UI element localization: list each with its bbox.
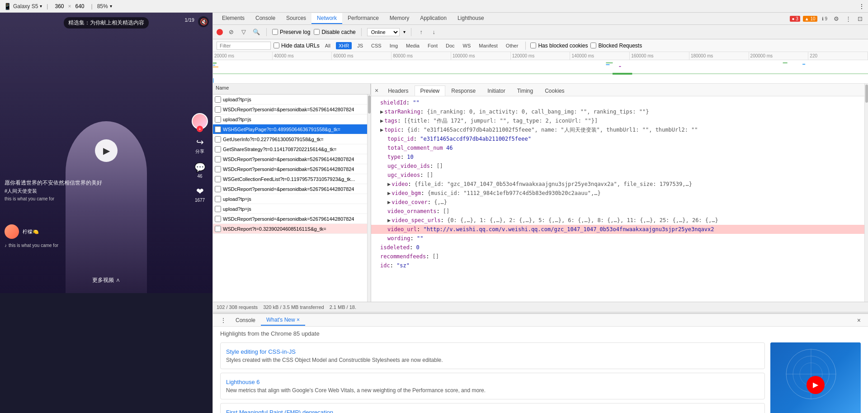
row-checkbox-8[interactable] (215, 166, 221, 172)
dropdown-icon[interactable]: ▾ (40, 4, 42, 9)
detail-tab-headers[interactable]: Headers (382, 85, 414, 96)
throttle-select[interactable]: Online Fast 3G Slow 3G Offline (367, 28, 400, 36)
disable-cache-label[interactable]: Disable cache (314, 29, 355, 35)
error-badge[interactable]: ● 3 (790, 16, 800, 22)
xhr-filter[interactable]: XHR (336, 42, 352, 49)
json-line-videocover[interactable]: ▶video_cover: {,…} (371, 198, 864, 207)
bottom-tab-console[interactable]: Console (230, 315, 261, 325)
timeline-content[interactable] (213, 60, 868, 84)
row-checkbox-9[interactable] (215, 176, 221, 182)
tab-application[interactable]: Application (415, 13, 452, 24)
request-row-9[interactable]: WSGetCollectionFeedList?t=0.119795757310… (213, 174, 367, 184)
search-icon[interactable]: 🔍 (252, 28, 261, 37)
record-button[interactable] (217, 29, 223, 35)
manifest-filter[interactable]: Manifest (476, 42, 500, 49)
stop-icon[interactable]: ⊘ (226, 28, 236, 37)
follow-plus[interactable]: + (197, 126, 203, 132)
img-filter[interactable]: Img (387, 42, 401, 49)
row-checkbox-11[interactable] (215, 196, 221, 202)
request-row-13[interactable]: WSDcReport?personid=&personidbak=5267961… (213, 214, 367, 224)
detail-tab-cookies[interactable]: Cookies (539, 85, 570, 96)
timeline[interactable]: 20000 ms 40000 ms 60000 ms 80000 ms 1000… (213, 52, 868, 84)
row-checkbox-3[interactable] (215, 116, 221, 123)
zoom-dropdown-icon[interactable]: ▾ (110, 4, 112, 9)
css-filter[interactable]: CSS (368, 42, 384, 49)
json-line-video[interactable]: ▶video: {file_id: "gzc_1047_1047_0b53o4f… (371, 180, 864, 189)
export-icon[interactable]: ↓ (429, 28, 439, 37)
play-button[interactable]: ▶ (95, 139, 118, 162)
doc-filter[interactable]: Doc (443, 42, 458, 49)
filter-icon[interactable]: ▽ (239, 28, 248, 37)
more-icon[interactable]: ⋮ (859, 3, 864, 9)
row-checkbox-13[interactable] (215, 216, 221, 222)
row-checkbox-14[interactable] (215, 226, 221, 232)
detail-close-btn[interactable]: × (371, 85, 382, 96)
bottom-close-btn[interactable]: × (854, 315, 864, 326)
all-filter[interactable]: All (322, 42, 333, 49)
ws-filter[interactable]: WS (460, 42, 474, 49)
row-checkbox-1[interactable] (215, 96, 221, 103)
tab-performance[interactable]: Performance (342, 13, 384, 24)
request-row-7[interactable]: WSDcReport?personid=&personidbak=5267961… (213, 154, 367, 164)
warn-badge[interactable]: ▲ 10 (803, 16, 817, 22)
detail-tab-preview[interactable]: Preview (415, 85, 446, 96)
width-input[interactable] (52, 3, 66, 9)
like-action[interactable]: ❤ 1677 (195, 186, 205, 203)
throttle-dropdown[interactable]: ▾ (403, 29, 406, 34)
device-name[interactable]: Galaxy S5 (13, 3, 38, 9)
json-line-videobgm[interactable]: ▶video_bgm: {music_id: "1112_984c1efb977… (371, 189, 864, 198)
request-list-scrollbar[interactable] (367, 95, 371, 302)
tab-lighthouse[interactable]: Lighthouse (452, 13, 490, 24)
row-checkbox-12[interactable] (215, 206, 221, 212)
hashtag[interactable]: #人间天使变装 (5, 187, 102, 195)
zoom-value[interactable]: 85% (97, 3, 108, 9)
row-checkbox-4[interactable] (215, 126, 221, 133)
more-videos[interactable]: 更多视频 ∧ (92, 276, 120, 284)
detail-tab-response[interactable]: Response (445, 85, 481, 96)
hide-data-urls-checkbox[interactable] (274, 43, 279, 48)
more-options-icon[interactable]: ⋮ (844, 14, 853, 23)
js-filter[interactable]: JS (354, 42, 366, 49)
row-checkbox-2[interactable] (215, 106, 221, 113)
disable-cache-checkbox[interactable] (314, 29, 320, 35)
request-row-11[interactable]: upload?tp=js (213, 194, 367, 204)
json-line-videospecs[interactable]: ▶video_spec_urls: {0: {,…}, 1: {,…}, 2: … (371, 216, 864, 225)
request-row-10[interactable]: WSDcReport?personid=&personidbak=5267961… (213, 184, 367, 194)
fmp-card[interactable]: First Meaningful Paint (FMP) deprecation (220, 403, 765, 413)
request-row-3[interactable]: upload?tp=js (213, 114, 367, 124)
other-filter[interactable]: Other (503, 42, 521, 49)
filter-input[interactable] (217, 42, 271, 50)
avatar-container[interactable]: + (192, 113, 208, 129)
detail-scrollbar[interactable] (864, 84, 868, 302)
comment-action[interactable]: 💬 46 (194, 162, 206, 179)
detail-tab-timing[interactable]: Timing (511, 85, 539, 96)
tab-memory[interactable]: Memory (384, 13, 415, 24)
has-blocked-cookies-checkbox[interactable] (530, 43, 536, 48)
request-row-1[interactable]: upload?tp=js (213, 95, 367, 104)
preserve-log-label[interactable]: Preserve log (272, 29, 310, 35)
blocked-requests-label[interactable]: Blocked Requests (590, 43, 642, 49)
request-row-6[interactable]: GetShareStrategy?t=0.11417087202215614&g… (213, 144, 367, 154)
share-action[interactable]: ↪ 分享 (195, 137, 204, 155)
bottom-more-icon[interactable]: ⋮ (217, 315, 230, 326)
detail-tab-initiator[interactable]: Initiator (481, 85, 511, 96)
row-checkbox-5[interactable] (215, 136, 221, 142)
tab-elements[interactable]: Elements (217, 13, 250, 24)
bottom-tab-whatsnew[interactable]: What's New × (261, 315, 305, 326)
request-row-8[interactable]: WSDcReport?personid=&personidbak=5267961… (213, 164, 367, 174)
undock-icon[interactable]: ⊡ (855, 14, 864, 23)
row-checkbox-6[interactable] (215, 146, 221, 152)
row-checkbox-7[interactable] (215, 156, 221, 162)
video-play-btn[interactable]: ▶ (807, 376, 825, 394)
tab-sources[interactable]: Sources (281, 13, 311, 24)
info-badge[interactable]: ℹ 9 (820, 16, 829, 22)
json-line-starranking[interactable]: ▶starRanking: {in_ranking: 0, in_activit… (371, 107, 864, 116)
json-line-topic[interactable]: ▶topic: {id: "e31f1465accdf97db4ab211002… (371, 125, 864, 134)
request-row-2[interactable]: WSDcReport?personid=&personidbak=5267961… (213, 104, 367, 114)
hide-data-urls-label[interactable]: Hide data URLs (274, 43, 320, 49)
import-icon[interactable]: ↑ (417, 28, 426, 37)
json-line-tags[interactable]: ▶tags: [{title: "作品 172", jumpurl: "", t… (371, 116, 864, 125)
preserve-log-checkbox[interactable] (272, 29, 278, 35)
tab-network[interactable]: Network (311, 13, 342, 24)
request-row-4[interactable]: WSH5GetPlayPage?t=0.48995064636791558&g_… (213, 124, 367, 134)
